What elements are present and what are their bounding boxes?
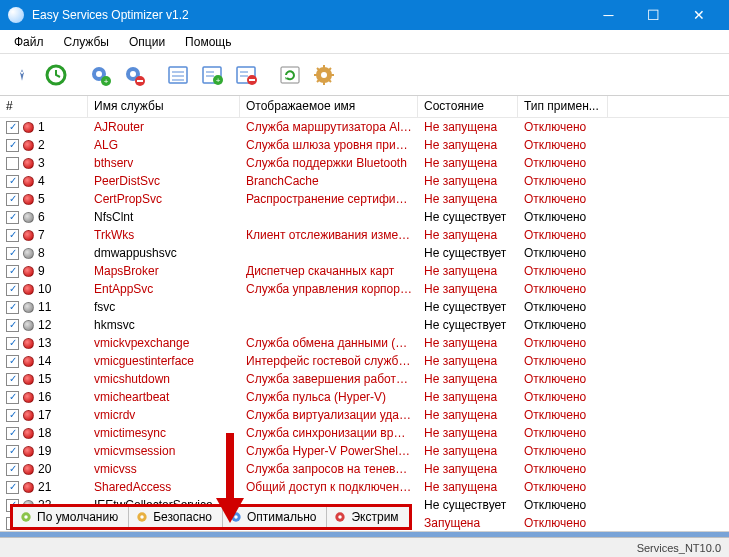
col-display-name[interactable]: Отображаемое имя xyxy=(240,96,418,117)
table-row[interactable]: ✓12hkmsvcНе существуетОтключено xyxy=(0,316,729,334)
table-row[interactable]: ✓15vmicshutdownСлужба завершения работы … xyxy=(0,370,729,388)
table-row[interactable]: ✓1AJRouterСлужба маршрутизатора AllJ...Н… xyxy=(0,118,729,136)
display-name: Служба синхронизации време... xyxy=(240,426,418,440)
rocket-button[interactable] xyxy=(6,59,38,91)
mode-extreme[interactable]: Экстрим xyxy=(327,507,408,527)
table-row[interactable]: ✓6NfsClntНе существуетОтключено xyxy=(0,208,729,226)
menu-options[interactable]: Опции xyxy=(121,32,173,52)
status-text: Services_NT10.0 xyxy=(637,542,721,554)
checkbox[interactable]: ✓ xyxy=(6,301,19,314)
state: Не запущена xyxy=(418,120,518,134)
maximize-button[interactable]: ☐ xyxy=(631,0,676,30)
table-row[interactable]: ✓5CertPropSvcРаспространение сертификата… xyxy=(0,190,729,208)
checkbox[interactable]: ✓ xyxy=(6,139,19,152)
checkbox[interactable]: ✓ xyxy=(6,193,19,206)
service-table: # Имя службы Отображаемое имя Состояние … xyxy=(0,96,729,532)
status-dot-icon xyxy=(23,392,34,403)
type: Отключено xyxy=(518,372,608,386)
checkbox[interactable]: ✓ xyxy=(6,337,19,350)
row-number: 9 xyxy=(38,264,45,278)
col-type[interactable]: Тип примен... xyxy=(518,96,608,117)
gear-minus-button[interactable] xyxy=(118,59,150,91)
table-row[interactable]: 3bthservСлужба поддержки BluetoothНе зап… xyxy=(0,154,729,172)
table-row[interactable]: ✓13vmickvpexchangeСлужба обмена данными … xyxy=(0,334,729,352)
list-button[interactable] xyxy=(162,59,194,91)
svg-rect-9 xyxy=(137,80,143,82)
checkbox[interactable]: ✓ xyxy=(6,463,19,476)
col-state[interactable]: Состояние xyxy=(418,96,518,117)
settings-button[interactable] xyxy=(308,59,340,91)
table-row[interactable]: ✓8dmwappushsvcНе существуетОтключено xyxy=(0,244,729,262)
checkbox[interactable]: ✓ xyxy=(6,229,19,242)
refresh-button[interactable] xyxy=(274,59,306,91)
svg-rect-24 xyxy=(281,67,299,83)
checkbox[interactable]: ✓ xyxy=(6,175,19,188)
checkbox[interactable]: ✓ xyxy=(6,283,19,296)
table-row[interactable]: ✓2ALGСлужба шлюза уровня прило...Не запу… xyxy=(0,136,729,154)
checkbox[interactable]: ✓ xyxy=(6,409,19,422)
mode-optimal-label: Оптимально xyxy=(247,510,317,524)
mode-optimal[interactable]: Оптимально xyxy=(223,507,328,527)
checkbox[interactable] xyxy=(6,157,19,170)
row-number: 15 xyxy=(38,372,51,386)
checkbox[interactable]: ✓ xyxy=(6,355,19,368)
checkbox[interactable]: ✓ xyxy=(6,391,19,404)
svg-point-0 xyxy=(21,71,23,73)
status-dot-icon xyxy=(23,266,34,277)
list-add-button[interactable]: + xyxy=(196,59,228,91)
type: Отключено xyxy=(518,120,608,134)
gear-plus-button[interactable]: + xyxy=(84,59,116,91)
state: Не существует xyxy=(418,210,518,224)
checkbox[interactable]: ✓ xyxy=(6,121,19,134)
minimize-button[interactable]: ─ xyxy=(586,0,631,30)
table-row[interactable]: ✓19vmicvmsessionСлужба Hyper-V PowerShel… xyxy=(0,442,729,460)
checkbox[interactable]: ✓ xyxy=(6,481,19,494)
display-name: Служба обмена данными (Hy... xyxy=(240,336,418,350)
checkbox[interactable]: ✓ xyxy=(6,247,19,260)
table-row[interactable]: ✓7TrkWksКлиент отслеживания измени...Не … xyxy=(0,226,729,244)
checkbox[interactable]: ✓ xyxy=(6,427,19,440)
mode-safe[interactable]: Безопасно xyxy=(129,507,223,527)
menu-file[interactable]: Файл xyxy=(6,32,52,52)
display-name: Служба маршрутизатора AllJ... xyxy=(240,120,418,134)
svg-point-30 xyxy=(140,515,144,519)
checkbox[interactable]: ✓ xyxy=(6,445,19,458)
status-dot-icon xyxy=(23,194,34,205)
status-dot-icon xyxy=(23,410,34,421)
service-name: AJRouter xyxy=(88,120,240,134)
service-name: vmicrdv xyxy=(88,408,240,422)
table-row[interactable]: ✓11fsvcНе существуетОтключено xyxy=(0,298,729,316)
table-row[interactable]: ✓14vmicguestinterfaceИнтерфейс гостевой … xyxy=(0,352,729,370)
row-number: 21 xyxy=(38,480,51,494)
table-row[interactable]: ✓9MapsBrokerДиспетчер скачанных картНе з… xyxy=(0,262,729,280)
table-row[interactable]: ✓10EntAppSvcСлужба управления корпора...… xyxy=(0,280,729,298)
display-name: Служба запросов на теневое ... xyxy=(240,462,418,476)
menu-help[interactable]: Помощь xyxy=(177,32,239,52)
checkbox[interactable]: ✓ xyxy=(6,211,19,224)
svg-text:+: + xyxy=(216,76,221,85)
checkbox[interactable]: ✓ xyxy=(6,319,19,332)
display-name: BranchCache xyxy=(240,174,418,188)
menu-services[interactable]: Службы xyxy=(56,32,117,52)
table-row[interactable]: ✓18vmictimesyncСлужба синхронизации врем… xyxy=(0,424,729,442)
state: Не запущена xyxy=(418,408,518,422)
mode-default[interactable]: По умолчанию xyxy=(13,507,129,527)
row-number: 8 xyxy=(38,246,45,260)
status-dot-icon xyxy=(23,212,34,223)
table-row[interactable]: ✓21SharedAccessОбщий доступ к подключени… xyxy=(0,478,729,496)
checkbox[interactable]: ✓ xyxy=(6,265,19,278)
service-name: SharedAccess xyxy=(88,480,240,494)
table-row[interactable]: ✓20vmicvssСлужба запросов на теневое ...… xyxy=(0,460,729,478)
svg-point-26 xyxy=(321,72,327,78)
checkbox[interactable]: ✓ xyxy=(6,373,19,386)
restore-button[interactable] xyxy=(40,59,72,91)
col-name[interactable]: Имя службы xyxy=(88,96,240,117)
table-row[interactable]: ✓4PeerDistSvcBranchCacheНе запущенаОтклю… xyxy=(0,172,729,190)
table-row[interactable]: ✓17vmicrdvСлужба виртуализации удал...Не… xyxy=(0,406,729,424)
table-row[interactable]: ✓16vmicheartbeatСлужба пульса (Hyper-V)Н… xyxy=(0,388,729,406)
list-remove-button[interactable] xyxy=(230,59,262,91)
table-header: # Имя службы Отображаемое имя Состояние … xyxy=(0,96,729,118)
col-number[interactable]: # xyxy=(0,96,88,117)
table-body: ✓1AJRouterСлужба маршрутизатора AllJ...Н… xyxy=(0,118,729,532)
close-button[interactable]: ✕ xyxy=(676,0,721,30)
